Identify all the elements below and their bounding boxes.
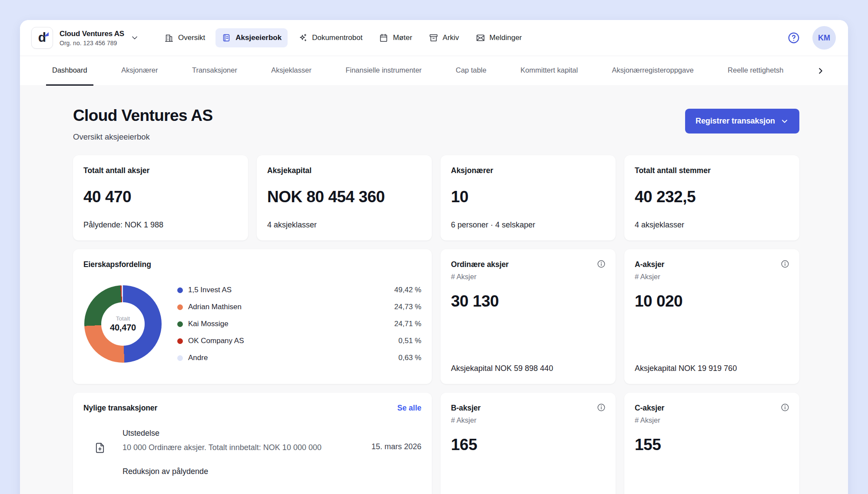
legend-name: Andre bbox=[188, 354, 208, 362]
envelope-icon bbox=[476, 33, 485, 43]
share-class-card-a: A-aksjer # Aksjer 10 020 Aksjekapital NO… bbox=[624, 249, 799, 384]
tab-aksjeklasser[interactable]: Aksjeklasser bbox=[265, 56, 318, 86]
nav-label: Møter bbox=[393, 33, 412, 42]
legend-dot bbox=[177, 321, 183, 327]
legend-item: Andre 0,63 % bbox=[177, 351, 421, 364]
stat-footer: 4 aksjeklasser bbox=[635, 220, 789, 230]
stat-card-aksjonaerer: Aksjonærer 10 6 personer · 4 selskaper bbox=[441, 155, 616, 240]
legend-item: 1,5 Invest AS 49,42 % bbox=[177, 284, 421, 297]
stat-card-aksjekapital: Aksjekapital NOK 80 454 360 4 aksjeklass… bbox=[257, 155, 432, 240]
legend-percent: 49,42 % bbox=[394, 286, 421, 294]
legend-dot bbox=[177, 304, 183, 310]
info-icon[interactable] bbox=[596, 259, 606, 269]
stat-label: Aksjekapital bbox=[267, 166, 421, 175]
nav-item-moter[interactable]: Møter bbox=[373, 28, 418, 47]
legend-dot bbox=[177, 287, 183, 293]
share-class-card-ordinaere: Ordinære aksjer # Aksjer 30 130 Aksjekap… bbox=[441, 249, 616, 384]
nav-label: Aksjeeierbok bbox=[235, 33, 282, 42]
transaction-list-item[interactable]: Utstedelse 10 000 Ordinære aksjer. Total… bbox=[94, 429, 421, 454]
info-icon[interactable] bbox=[780, 259, 790, 269]
legend-item: Adrian Mathisen 24,73 % bbox=[177, 300, 421, 314]
avatar-initials: KM bbox=[818, 33, 830, 43]
stat-footer: 6 personer · 4 selskaper bbox=[451, 220, 605, 230]
tab-aksjonaerregisteroppgave[interactable]: Aksjonærregisteroppgave bbox=[606, 56, 700, 86]
share-class-metric: # Aksjer bbox=[451, 273, 605, 281]
transaction-list-item[interactable]: Reduksjon av pålydende bbox=[94, 467, 421, 476]
ownership-legend: 1,5 Invest AS 49,42 % Adrian Mathisen 24… bbox=[177, 284, 421, 364]
app-logo[interactable]: d bbox=[31, 27, 53, 49]
stat-footer: 4 aksjeklasser bbox=[267, 220, 421, 230]
stat-value: 40 232,5 bbox=[635, 188, 789, 206]
share-class-footer: Aksjekapital NOK 19 919 760 bbox=[635, 364, 789, 373]
stat-footer: Pålydende: NOK 1 988 bbox=[83, 220, 238, 230]
legend-item: Kai Mossige 24,71 % bbox=[177, 317, 421, 330]
legend-percent: 24,71 % bbox=[394, 320, 421, 328]
nav-item-oversikt[interactable]: Oversikt bbox=[158, 28, 211, 47]
chevron-down-icon bbox=[780, 117, 789, 126]
legend-item: OK Company AS 0,51 % bbox=[177, 334, 421, 347]
company-name: Cloud Ventures AS bbox=[60, 30, 124, 38]
share-class-title: Ordinære aksjer bbox=[451, 260, 509, 269]
stat-label: Aksjonærer bbox=[451, 166, 605, 175]
share-class-value: 155 bbox=[635, 436, 789, 454]
nav-item-dokumentrobot[interactable]: Dokumentrobot bbox=[292, 28, 368, 47]
stat-label: Totalt antall stemmer bbox=[635, 166, 789, 175]
page-header: Cloud Ventures AS Oversikt aksjeeierbok … bbox=[73, 107, 799, 142]
tab-aksjonaerer[interactable]: Aksjonærer bbox=[115, 56, 164, 86]
main-nav: Oversikt Aksjeeierbok Dokumentrobot Møte… bbox=[158, 28, 528, 47]
donut-center-value: 40,470 bbox=[110, 323, 136, 333]
donut-center-label: Totalt bbox=[116, 315, 130, 322]
info-icon[interactable] bbox=[780, 403, 790, 412]
stat-card-totalt-antall-stemmer: Totalt antall stemmer 40 232,5 4 aksjekl… bbox=[624, 155, 799, 240]
tab-kommittert-kapital[interactable]: Kommittert kapital bbox=[514, 56, 584, 86]
transactions-list: Utstedelse 10 000 Ordinære aksjer. Total… bbox=[83, 429, 421, 476]
nav-item-aksjeeierbok[interactable]: Aksjeeierbok bbox=[215, 28, 288, 47]
register-transaction-label: Registrer transaksjon bbox=[696, 117, 775, 126]
ownership-chart-area: Totalt 40,470 1,5 Invest AS 49,42 % Adri bbox=[83, 284, 421, 364]
recent-transactions-card: Nylige transaksjoner Se alle Utstedelse … bbox=[73, 393, 432, 494]
book-icon bbox=[222, 33, 231, 43]
share-class-value: 10 020 bbox=[635, 292, 789, 310]
stat-card-totalt-antall-aksjer: Totalt antall aksjer 40 470 Pålydende: N… bbox=[73, 155, 248, 240]
nav-item-meldinger[interactable]: Meldinger bbox=[470, 28, 528, 47]
page-title: Cloud Ventures AS bbox=[73, 107, 212, 125]
company-switcher[interactable]: Cloud Ventures AS Org. no. 123 456 789 bbox=[60, 30, 124, 47]
top-bar: d Cloud Ventures AS Org. no. 123 456 789… bbox=[20, 20, 848, 56]
logo-letter: d bbox=[38, 31, 46, 44]
share-class-value: 30 130 bbox=[451, 292, 605, 310]
help-icon[interactable] bbox=[787, 31, 800, 44]
share-class-metric: # Aksjer bbox=[451, 416, 605, 424]
ownership-card-title: Eierskapsfordeling bbox=[83, 260, 421, 269]
transaction-type: Reduksjon av pålydende bbox=[123, 467, 407, 476]
tab-finansielle-instrumenter[interactable]: Finansielle instrumenter bbox=[339, 56, 427, 86]
company-org-number: Org. no. 123 456 789 bbox=[60, 40, 124, 47]
share-class-card-b: B-aksjer # Aksjer 165 Aksjekapital NOK 3… bbox=[441, 393, 616, 494]
tab-transaksjoner[interactable]: Transaksjoner bbox=[186, 56, 243, 86]
tab-bar: Dashboard Aksjonærer Transaksjoner Aksje… bbox=[20, 56, 848, 86]
avatar[interactable]: KM bbox=[812, 26, 836, 50]
tab-dashboard[interactable]: Dashboard bbox=[46, 56, 93, 86]
chevron-down-icon[interactable] bbox=[130, 33, 139, 42]
dashboard-content: Cloud Ventures AS Oversikt aksjeeierbok … bbox=[20, 87, 848, 494]
card-grid: Totalt antall aksjer 40 470 Pålydende: N… bbox=[73, 155, 799, 494]
legend-percent: 0,63 % bbox=[398, 354, 421, 362]
nav-item-arkiv[interactable]: Arkiv bbox=[423, 28, 465, 47]
tab-reelle-rettighetsh[interactable]: Reelle rettighetsh bbox=[722, 56, 789, 86]
file-plus-icon bbox=[94, 442, 108, 454]
register-transaction-button[interactable]: Registrer transaksjon bbox=[685, 109, 799, 134]
share-class-metric: # Aksjer bbox=[635, 416, 789, 424]
share-class-title: B-aksjer bbox=[451, 404, 480, 413]
info-icon[interactable] bbox=[596, 403, 606, 412]
tab-cap-table[interactable]: Cap table bbox=[450, 56, 493, 86]
share-class-title: C-aksjer bbox=[635, 404, 664, 413]
legend-dot bbox=[177, 355, 183, 361]
chevron-right-icon[interactable] bbox=[812, 56, 825, 86]
top-bar-right: KM bbox=[787, 26, 836, 50]
ownership-distribution-card: Eierskapsfordeling Totalt 40,470 1,5 Inv… bbox=[73, 249, 432, 384]
see-all-link[interactable]: Se alle bbox=[398, 404, 421, 413]
page-subtitle: Oversikt aksjeeierbok bbox=[73, 132, 212, 142]
sparkles-icon bbox=[298, 33, 308, 43]
transactions-card-title: Nylige transaksjoner bbox=[83, 404, 157, 413]
transaction-type: Utstedelse bbox=[123, 429, 357, 438]
legend-name: Kai Mossige bbox=[188, 320, 229, 328]
